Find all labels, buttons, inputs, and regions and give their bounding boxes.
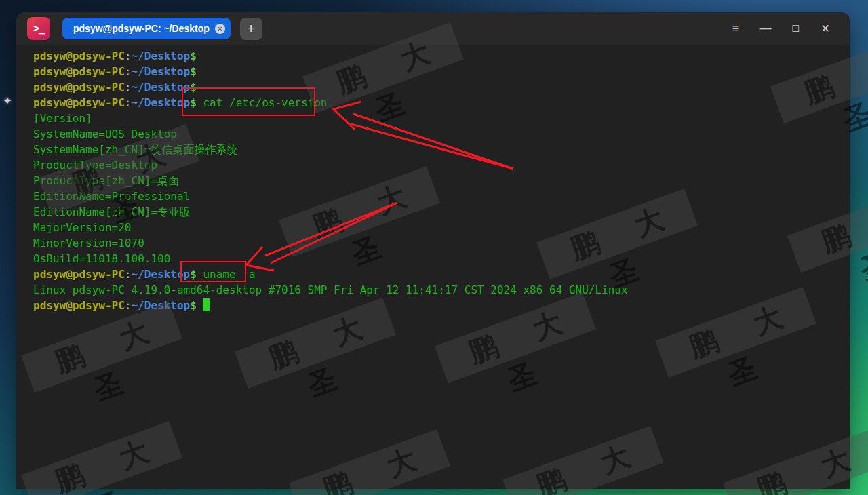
new-tab-button[interactable]: + [240,18,262,40]
terminal-app-icon: >_ [27,17,50,40]
terminal-line: pdsyw@pdsyw-PC:~/Desktop$ uname -a [33,266,843,282]
terminal-line: [Version] [33,111,843,126]
minimize-button[interactable]: — [751,14,781,43]
terminal-content[interactable]: pdsyw@pdsyw-PC:~/Desktop$ pdsyw@pdsyw-PC… [16,45,850,489]
terminal-line: MinorVersion=1070 [33,235,843,251]
close-button[interactable]: ✕ [810,14,840,43]
terminal-line: ProductType=Desktop [33,157,843,173]
terminal-line: EditionName=Professional [33,189,843,204]
terminal-line: EditionName[zh_CN]=专业版 [33,204,843,220]
terminal-line: MajorVersion=20 [33,220,843,235]
tab-close-icon[interactable]: ✕ [215,24,225,34]
terminal-line: pdsyw@pdsyw-PC:~/Desktop$ [33,64,843,79]
terminal-line: pdsyw@pdsyw-PC:~/Desktop$ [33,48,843,64]
maximize-button[interactable]: ☐ [781,14,810,43]
terminal-line: SystemName=UOS Desktop [33,126,843,142]
terminal-line: Linux pdsyw-PC 4.19.0-amd64-desktop #701… [33,282,843,298]
tab-active[interactable]: pdsyw@pdsyw-PC: ~/Desktop ✕ [62,18,231,39]
terminal-cursor [203,298,210,311]
terminal-line: SystemName[zh_CN]=统信桌面操作系统 [33,142,843,157]
terminal-line: OsBuild=11018.100.100 [33,251,843,266]
tab-title: pdsyw@pdsyw-PC: ~/Desktop [73,23,210,34]
terminal-line: pdsyw@pdsyw-PC:~/Desktop$ [33,79,843,95]
menu-icon[interactable]: ≡ [721,14,751,43]
terminal-window: >_ pdsyw@pdsyw-PC: ~/Desktop ✕ + ≡ — ☐ ✕… [16,12,850,489]
wallpaper-star: ✦ [1,95,14,107]
terminal-line: pdsyw@pdsyw-PC:~/Desktop$ cat /etc/os-ve… [33,95,843,111]
terminal-line: pdsyw@pdsyw-PC:~/Desktop$ [33,298,843,313]
titlebar: >_ pdsyw@pdsyw-PC: ~/Desktop ✕ + ≡ — ☐ ✕ [16,12,850,45]
terminal-line: ProductType[zh_CN]=桌面 [33,173,843,189]
